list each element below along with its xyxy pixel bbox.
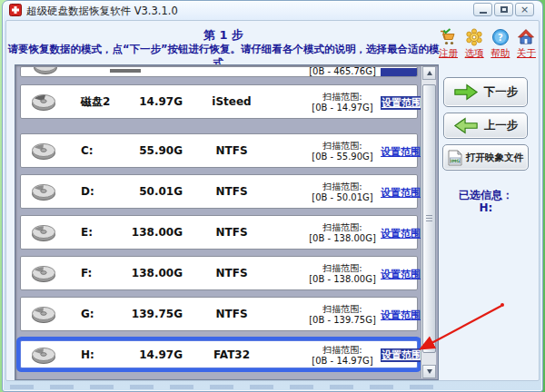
drive-name: G:: [81, 298, 94, 330]
scroll-down-button[interactable]: [422, 365, 436, 378]
minimize-icon: [480, 12, 487, 14]
list-scrollbar[interactable]: [421, 66, 436, 378]
drive-size: 138.00G: [108, 257, 183, 289]
arrow-up-icon: [427, 71, 432, 75]
svg-text:?: ?: [498, 33, 503, 43]
drive-filesystem: NTFS: [186, 257, 277, 289]
register-label: 注册: [439, 47, 458, 60]
window-title: 超级硬盘数据恢复软件 V3.3.1.0: [26, 5, 178, 18]
set-range-link[interactable]: 设置范围: [381, 309, 421, 322]
open-image-file-button[interactable]: IMG 打开映象文件: [442, 144, 529, 171]
thumb-grip-icon: [426, 215, 432, 222]
svg-text:IMG: IMG: [451, 158, 460, 162]
drive-name: C:: [81, 134, 94, 167]
arrow-right-icon: [453, 83, 479, 102]
drive-size: 14.97G: [108, 341, 183, 368]
disk-icon: [30, 181, 57, 201]
set-range-link[interactable]: 设置范围: [381, 227, 421, 240]
open-image-file-label: 打开映象文件: [466, 152, 523, 164]
previous-step-label: 上一步: [484, 118, 519, 133]
image-file-icon: IMG: [448, 150, 462, 166]
step-title: 第 1 步: [12, 27, 435, 44]
set-range-link[interactable]: 设置范围: [381, 186, 421, 200]
drive-name: E:: [81, 216, 93, 249]
drive-name: F:: [81, 257, 92, 289]
disk-icon: [30, 222, 57, 242]
drive-filesystem: NTFS: [186, 298, 277, 330]
gear-icon: [465, 28, 483, 46]
scan-range: 扫描范围:[0B - 14.97G]: [302, 92, 382, 113]
maximize-icon: [500, 6, 508, 13]
disk-icon: [30, 92, 57, 112]
drive-name: D:: [81, 175, 94, 208]
scroll-up-button[interactable]: [422, 66, 436, 80]
register-button[interactable]: 注册: [436, 28, 461, 60]
drive-row-g[interactable]: G: 139.75G NTFS 扫描范围:[0B - 139.75G] 设置范围: [20, 297, 418, 331]
desktop-background: 超级硬盘数据恢复软件 V3.3.1.0 × 第 1 步 请要恢复数据的模式，点“…: [0, 0, 545, 392]
help-icon: ?: [491, 28, 510, 46]
set-range-link-h[interactable]: 设置范围: [381, 348, 422, 362]
help-button[interactable]: ? 帮助: [488, 28, 512, 60]
set-range-link[interactable]: 设置范围: [381, 268, 421, 281]
scan-range: 扫描范围:[0B - 138.00G]: [302, 263, 382, 285]
drive-filesystem: FAT32: [186, 341, 277, 368]
disk-icon: [30, 141, 57, 161]
drive-size: 139.75G: [108, 298, 183, 330]
help-label: 帮助: [490, 47, 510, 60]
set-range-link[interactable]: 设置范围: [381, 145, 421, 159]
previous-step-button[interactable]: 上一步: [443, 113, 528, 139]
disk-icon: [30, 345, 57, 365]
drive-size: 55.90G: [108, 134, 183, 167]
disk-icon: [32, 66, 59, 75]
drive-size: 14.97G: [108, 85, 183, 118]
app-icon: [9, 4, 22, 16]
arrow-left-icon: [453, 116, 479, 135]
clipped-text-fragment: [110, 69, 141, 73]
drive-filesystem: NTFS: [186, 175, 277, 208]
options-button[interactable]: 选项: [462, 28, 487, 60]
selected-info-value: H:: [441, 201, 531, 214]
drive-size: 138.00G: [108, 216, 183, 249]
drive-row-d[interactable]: D: 50.01G NTFS 扫描范围:[0B - 50.01G] 设置范围: [20, 174, 418, 209]
minimize-button[interactable]: [473, 3, 492, 16]
close-button[interactable]: ×: [515, 3, 534, 16]
cutoff-text-strip: [10, 385, 437, 389]
drive-list: [0B - 465.76G] 磁盘2 14.97G iSteed 扫描范围:[0…: [15, 64, 439, 380]
drive-filesystem: NTFS: [186, 134, 277, 167]
app-window: 超级硬盘数据恢复软件 V3.3.1.0 × 第 1 步 请要恢复数据的模式，点“…: [2, 0, 543, 392]
scan-range: 扫描范围:[0B - 139.75G]: [302, 304, 382, 326]
about-label: 关于: [517, 47, 536, 60]
drive-row-disk2[interactable]: 磁盘2 14.97G iSteed 扫描范围:[0B - 14.97G] 设置范…: [20, 84, 418, 119]
set-range-link[interactable]: 设置范围: [381, 96, 422, 110]
set-range-link[interactable]: [381, 68, 418, 77]
drive-row-c[interactable]: C: 55.90G NTFS 扫描范围:[0B - 55.90G] 设置范围: [20, 133, 418, 168]
drive-filesystem: iSteed: [186, 85, 277, 118]
scan-range-value: [0B - 465.76G]: [302, 66, 382, 76]
drive-size: 50.01G: [108, 175, 183, 208]
drive-row-partial[interactable]: [0B - 465.76G]: [20, 66, 418, 77]
about-button[interactable]: 关于: [514, 28, 539, 60]
drive-row-e[interactable]: E: 138.00G NTFS 扫描范围:[0B - 138.00G] 设置范围: [20, 215, 418, 250]
titlebar: 超级硬盘数据恢复软件 V3.3.1.0 ×: [3, 1, 542, 20]
scan-range: 扫描范围:[0B - 138.00G]: [302, 222, 382, 244]
toolbar: 注册 选项 ?: [436, 28, 539, 60]
drive-filesystem: NTFS: [186, 216, 277, 249]
next-step-button[interactable]: 下一步: [443, 77, 528, 107]
options-label: 选项: [465, 47, 484, 60]
cart-icon: [440, 28, 458, 46]
drive-row-h-selected[interactable]: H: 14.97G FAT32 扫描范围:[0B - 14.97G] 设置范围: [20, 340, 418, 368]
drive-name: H:: [81, 341, 94, 368]
scan-range: 扫描范围:[0B - 55.90G]: [302, 141, 382, 162]
next-step-label: 下一步: [484, 84, 519, 100]
disk-icon: [30, 263, 57, 283]
scan-range: 扫描范围:[0B - 14.97G]: [302, 345, 382, 367]
maximize-button[interactable]: [494, 3, 513, 16]
home-icon: [517, 28, 535, 46]
arrow-down-icon: [427, 369, 432, 374]
drive-name: 磁盘2: [81, 85, 110, 118]
scrollbar-thumb[interactable]: [422, 84, 436, 353]
window-controls: ×: [473, 3, 534, 16]
disk-icon: [30, 304, 57, 324]
scan-range: 扫描范围:[0B - 50.01G]: [302, 181, 382, 203]
drive-row-f[interactable]: F: 138.00G NTFS 扫描范围:[0B - 138.00G] 设置范围: [20, 256, 418, 290]
